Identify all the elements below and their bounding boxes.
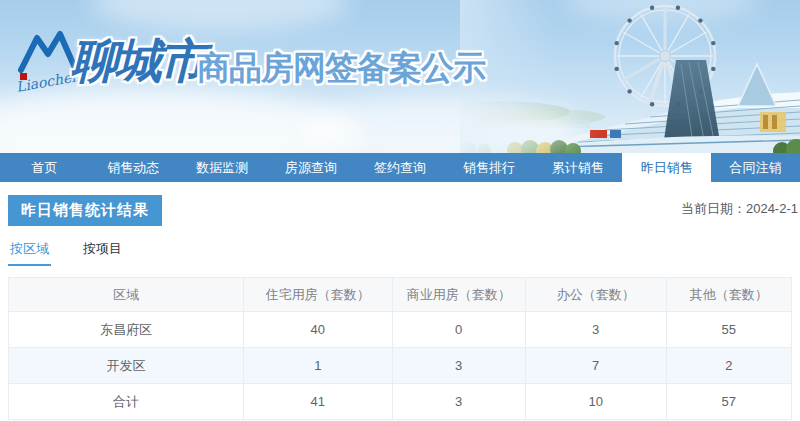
cell-office: 7 — [525, 348, 666, 384]
nav-item-yesterday-sales[interactable]: 昨日销售 — [622, 153, 711, 182]
brand-site-title: 商品房网签备案公示 — [197, 46, 485, 91]
cell-other: 55 — [666, 312, 791, 348]
cell-region: 合计 — [9, 384, 244, 420]
main-nav: 首页 销售动态 数据监测 房源查询 签约查询 销售排行 累计销售 昨日销售 合同… — [0, 153, 800, 182]
logo-text: Liaocheng — [16, 66, 78, 96]
main-content: 昨日销售统计结果 当前日期：2024-2-1 按区域 按项目 区域 住宅用房（套… — [0, 182, 800, 421]
cell-office: 10 — [525, 384, 666, 420]
col-header-region: 区域 — [9, 278, 244, 312]
site-banner: Liaocheng 聊城市 商品房网签备案公示 — [0, 0, 800, 153]
cell-other: 2 — [666, 348, 791, 384]
nav-item-contract-cancel[interactable]: 合同注销 — [711, 153, 800, 182]
cell-region: 东昌府区 — [9, 312, 244, 348]
logo-mark-icon — [21, 34, 75, 70]
nav-item-home[interactable]: 首页 — [0, 153, 89, 182]
tab-by-project[interactable]: 按项目 — [81, 237, 124, 266]
view-tabs: 按区域 按项目 — [8, 237, 154, 266]
cell-residential: 1 — [243, 348, 392, 384]
table-row: 东昌府区 40 0 3 55 — [9, 312, 792, 348]
table-header-row: 区域 住宅用房（套数） 商业用房（套数） 办公（套数） 其他（套数） — [9, 278, 792, 312]
cell-commercial: 3 — [392, 348, 525, 384]
page-title: 昨日销售统计结果 — [8, 195, 162, 226]
nav-item-contract-search[interactable]: 签约查询 — [356, 153, 445, 182]
cell-residential: 41 — [243, 384, 392, 420]
nav-item-data-monitor[interactable]: 数据监测 — [178, 153, 267, 182]
cloud-decoration — [90, 0, 350, 30]
nav-item-sales-ranking[interactable]: 销售排行 — [444, 153, 533, 182]
col-header-commercial: 商业用房（套数） — [392, 278, 525, 312]
title-row: 昨日销售统计结果 当前日期：2024-2-1 — [0, 182, 800, 224]
col-header-office: 办公（套数） — [525, 278, 666, 312]
cell-office: 3 — [525, 312, 666, 348]
col-header-other: 其他（套数） — [666, 278, 791, 312]
cell-region: 开发区 — [9, 348, 244, 384]
current-date: 当前日期：2024-2-1 — [681, 200, 798, 218]
brand-city-name: 聊城市 — [71, 30, 203, 93]
cell-other: 57 — [666, 384, 791, 420]
sales-stats-table: 区域 住宅用房（套数） 商业用房（套数） 办公（套数） 其他（套数） 东昌府区 … — [8, 277, 792, 420]
cell-commercial: 3 — [392, 384, 525, 420]
table-row-total: 合计 41 3 10 57 — [9, 384, 792, 420]
nav-item-sales-trend[interactable]: 销售动态 — [89, 153, 178, 182]
page: Liaocheng 聊城市 商品房网签备案公示 首页 销售动态 数据监测 房源查… — [0, 0, 800, 421]
cell-residential: 40 — [243, 312, 392, 348]
cell-commercial: 0 — [392, 312, 525, 348]
table-row: 开发区 1 3 7 2 — [9, 348, 792, 384]
col-header-residential: 住宅用房（套数） — [243, 278, 392, 312]
resort-building — [556, 60, 800, 153]
nav-item-cumulative-sales[interactable]: 累计销售 — [533, 153, 622, 182]
city-logo: Liaocheng — [16, 28, 78, 98]
tab-by-region[interactable]: 按区域 — [8, 237, 51, 266]
nav-item-listing-search[interactable]: 房源查询 — [267, 153, 356, 182]
